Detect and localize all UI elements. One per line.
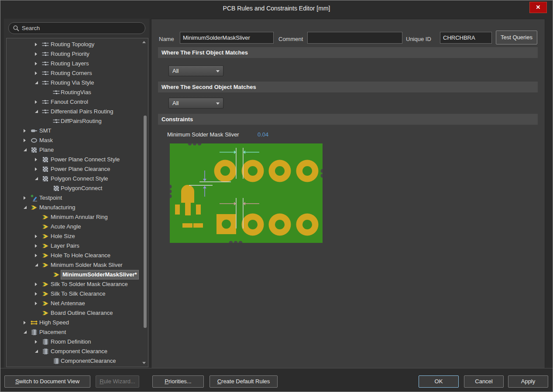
name-label: Name — [159, 35, 174, 44]
tree-item-plane[interactable]: Plane — [7, 145, 148, 155]
tree-item-silk-to-solder-mask-clearance[interactable]: Silk To Solder Mask Clearance — [7, 280, 148, 289]
collapse-icon[interactable] — [35, 177, 38, 180]
search-input[interactable] — [22, 23, 142, 33]
apply-button[interactable]: Apply — [508, 375, 548, 388]
tree-item-power-plane-clearance[interactable]: Power Plane Clearance — [7, 164, 148, 174]
tree-item-placement[interactable]: Placement — [7, 327, 148, 337]
expand-icon[interactable] — [35, 72, 37, 75]
tree-item-hole-to-hole-clearance[interactable]: Hole To Hole Clearance — [7, 251, 148, 260]
second-match-header: Where The Second Object Matches — [158, 82, 538, 92]
tree-item-acute-angle[interactable]: Acute Angle — [7, 222, 148, 232]
expand-icon[interactable] — [24, 321, 26, 324]
manufacturing-icon — [42, 223, 49, 230]
collapse-icon[interactable] — [35, 110, 38, 113]
tree-item-routing-corners[interactable]: Routing Corners — [7, 68, 148, 78]
routing-icon — [42, 70, 49, 77]
tree-item-hole-size[interactable]: Hole Size — [7, 232, 148, 241]
tree-item-routingvias[interactable]: RoutingVias — [7, 88, 148, 97]
tree-item-minimumsoldermasksliver[interactable]: MinimumSolderMaskSliver* — [7, 270, 148, 280]
tree-item-label: Power Plane Clearance — [51, 164, 110, 174]
close-button[interactable]: ✕ — [529, 2, 547, 13]
tree-item-routing-priority[interactable]: Routing Priority — [7, 49, 148, 59]
tree-item-label: Minimum Solder Mask Sliver — [51, 260, 123, 270]
scroll-down-icon[interactable] — [142, 362, 146, 364]
tree-item-fanout-control[interactable]: Fanout Control — [7, 97, 148, 107]
switch-to-document-view-button[interactable]: Switch to Document View — [4, 375, 90, 388]
collapse-icon[interactable] — [35, 263, 38, 266]
plane-icon — [42, 156, 49, 163]
tree-item-polygonconnect[interactable]: PolygonConnect — [7, 184, 148, 193]
tree-item-polygon-connect-style[interactable]: Polygon Connect Style — [7, 174, 148, 184]
tree-item-minimum-annular-ring[interactable]: Minimum Annular Ring — [7, 212, 148, 222]
scroll-up-icon[interactable] — [142, 41, 146, 43]
cancel-button[interactable]: Cancel — [464, 375, 504, 388]
collapse-icon[interactable] — [24, 206, 27, 209]
tree-item-manufacturing[interactable]: Manufacturing — [7, 203, 148, 212]
expand-icon[interactable] — [35, 43, 37, 46]
expand-icon[interactable] — [35, 340, 37, 344]
first-match-scope-value: All — [172, 68, 179, 74]
tree-item-label: Placement — [39, 327, 66, 337]
expand-icon[interactable] — [24, 129, 26, 133]
manufacturing-icon — [42, 214, 49, 221]
tree-item-componentclearance[interactable]: ComponentClearance — [7, 356, 148, 366]
tree-item-silk-to-silk-clearance[interactable]: Silk To Silk Clearance — [7, 289, 148, 299]
first-match-scope-dropdown[interactable]: All — [168, 65, 223, 76]
create-default-rules-button[interactable]: Create Default Rules — [210, 375, 278, 388]
highspeed-icon — [31, 319, 38, 326]
manufacturing-icon — [42, 242, 49, 249]
expand-icon[interactable] — [24, 196, 26, 200]
expand-icon[interactable] — [35, 158, 37, 161]
collapse-icon[interactable] — [24, 331, 27, 334]
tree-item-room-definition[interactable]: Room Definition — [7, 337, 148, 347]
unique-id-field[interactable] — [440, 32, 492, 44]
expand-icon[interactable] — [35, 167, 37, 171]
tree-item-minimum-solder-mask-sliver[interactable]: Minimum Solder Mask Sliver — [7, 260, 148, 270]
expand-icon[interactable] — [35, 283, 37, 286]
tree-item-differential-pairs-routing[interactable]: Differential Pairs Routing — [7, 107, 148, 116]
expand-icon[interactable] — [35, 292, 37, 296]
tree-item-component-clearance[interactable]: Component Clearance — [7, 347, 148, 356]
tree-item-high-speed[interactable]: High Speed — [7, 318, 148, 327]
expand-icon[interactable] — [35, 62, 37, 65]
tree-item-label: Routing Via Style — [51, 78, 94, 88]
expand-icon[interactable] — [35, 52, 37, 56]
expand-icon[interactable] — [35, 254, 37, 257]
tree-item-testpoint[interactable]: Testpoint — [7, 193, 148, 203]
tree-item-smt[interactable]: SMT — [7, 126, 148, 136]
tree-item-routing-layers[interactable]: Routing Layers — [7, 59, 148, 68]
collapse-icon[interactable] — [35, 350, 38, 353]
chevron-down-icon — [216, 70, 220, 72]
collapse-icon[interactable] — [35, 81, 38, 84]
comment-field[interactable] — [307, 32, 402, 44]
tree-item-diffpairsrouting[interactable]: DiffPairsRouting — [7, 116, 148, 126]
tree-item-routing-via-style[interactable]: Routing Via Style — [7, 78, 148, 88]
tree-item-net-antennae[interactable]: Net Antennae — [7, 299, 148, 308]
tree-item-label: DiffPairsRouting — [61, 116, 102, 126]
expand-icon[interactable] — [35, 100, 37, 104]
expand-icon[interactable] — [35, 244, 37, 248]
name-field[interactable] — [180, 32, 274, 44]
expand-icon[interactable] — [35, 235, 37, 238]
tree-item-label: Silk To Silk Clearance — [51, 289, 105, 299]
manufacturing-icon — [42, 233, 49, 240]
collapse-icon[interactable] — [24, 148, 27, 151]
tree-item-board-outline-clearance[interactable]: Board Outline Clearance — [7, 308, 148, 318]
tree-item-power-plane-connect-style[interactable]: Power Plane Connect Style — [7, 155, 148, 164]
tree-item-layer-pairs[interactable]: Layer Pairs — [7, 241, 148, 251]
expand-icon[interactable] — [35, 302, 37, 305]
priorities-button[interactable]: Priorities... — [152, 375, 204, 388]
tree-item-label: ComponentClearance — [61, 356, 116, 366]
manufacturing-icon — [42, 262, 49, 269]
close-icon: ✕ — [536, 4, 541, 10]
tree-item-routing-topology[interactable]: Routing Topology — [7, 40, 148, 49]
ok-button[interactable]: OK — [419, 375, 459, 388]
constraint-value-field[interactable]: 0.04 — [258, 131, 268, 138]
test-queries-button[interactable]: Test Queries — [496, 31, 537, 44]
search-box[interactable] — [8, 22, 145, 34]
expand-icon[interactable] — [24, 139, 26, 142]
tree-item-mask[interactable]: Mask — [7, 136, 148, 145]
tree-scrollbar-thumb[interactable] — [144, 116, 147, 328]
second-match-scope-dropdown[interactable]: All — [168, 98, 223, 109]
placement-icon — [53, 358, 60, 365]
